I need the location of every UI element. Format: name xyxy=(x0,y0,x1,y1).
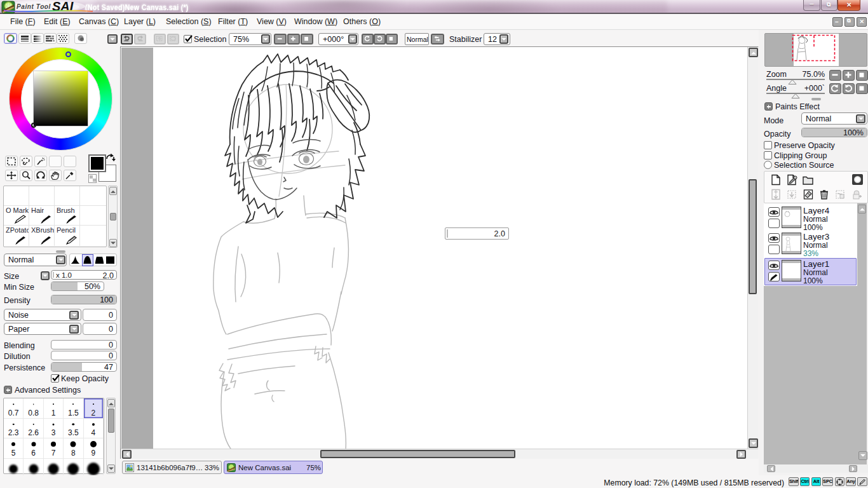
svg-text:Paint Tool: Paint Tool xyxy=(17,3,51,10)
